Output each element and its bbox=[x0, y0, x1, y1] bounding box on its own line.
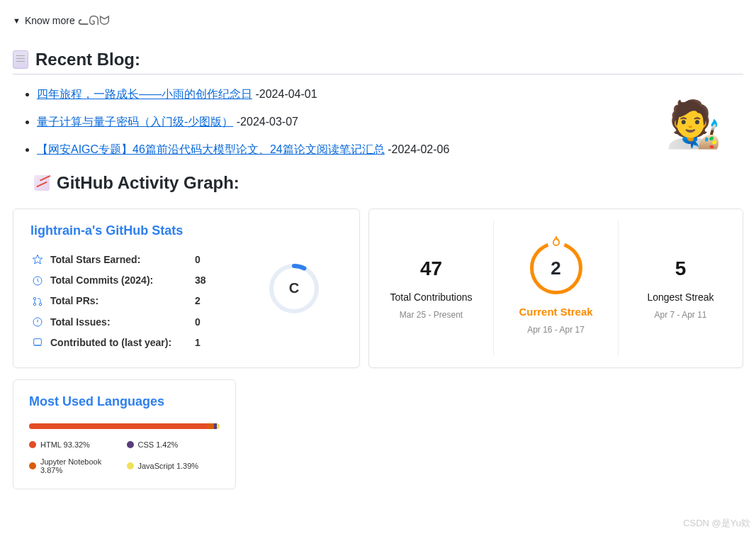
clock-icon bbox=[32, 275, 43, 287]
cat-icon: ᓚᘏᗢ bbox=[77, 13, 110, 28]
blog-date: -2024-03-07 bbox=[237, 116, 298, 128]
fire-icon bbox=[548, 234, 565, 251]
issue-icon bbox=[32, 316, 43, 328]
lang-item: HTML 93.32% bbox=[29, 440, 123, 449]
divider bbox=[13, 74, 743, 74]
lang-item: JavaScript 1.39% bbox=[127, 457, 220, 474]
memo-icon bbox=[13, 50, 28, 69]
blog-list: 四年旅程，一路成长——小雨的创作纪念日 -2024-04-01 量子计算与量子密… bbox=[13, 87, 743, 157]
languages-bar bbox=[29, 423, 220, 429]
stat-row: Total Stars Earned: 0 bbox=[32, 250, 223, 269]
blog-link[interactable]: 【网安AIGC专题】46篇前沿代码大模型论文、24篇论文阅读笔记汇总 bbox=[37, 143, 385, 155]
svg-point-3 bbox=[33, 303, 35, 305]
svg-marker-0 bbox=[33, 255, 42, 265]
stat-row: Contributed to (last year): 1 bbox=[32, 333, 223, 352]
rank-letter: C bbox=[267, 262, 321, 316]
svg-point-4 bbox=[39, 303, 41, 305]
svg-rect-6 bbox=[34, 339, 42, 345]
star-icon bbox=[32, 254, 43, 265]
blog-link[interactable]: 量子计算与量子密码（入门级-少图版） bbox=[37, 116, 233, 128]
artist-emoji-icon: 🧑‍🎨 bbox=[665, 98, 722, 151]
longest-streak: 5 Longest Streak Apr 7 - Apr 11 bbox=[618, 221, 743, 356]
blog-item: 四年旅程，一路成长——小雨的创作纪念日 -2024-04-01 bbox=[37, 87, 743, 102]
know-more-label: Know more bbox=[25, 15, 75, 26]
svg-point-2 bbox=[33, 297, 35, 299]
stat-row: Total PRs: 2 bbox=[32, 291, 223, 311]
activity-heading: GitHub Activity Graph: bbox=[34, 173, 743, 193]
stat-row: Total Issues: 0 bbox=[32, 312, 223, 331]
languages-title: Most Used Languages bbox=[29, 394, 220, 409]
chart-increasing-icon bbox=[34, 175, 50, 191]
lang-item: CSS 1.42% bbox=[127, 440, 220, 449]
blog-date: -2024-04-01 bbox=[255, 88, 317, 100]
languages-card: Most Used Languages HTML 93.32% CSS 1.42… bbox=[13, 379, 236, 489]
know-more-details[interactable]: ▼ Know more ᓚᘏᗢ bbox=[13, 13, 743, 28]
github-stats-card: lightrain-a's GitHub Stats Total Stars E… bbox=[13, 208, 360, 368]
stat-row: Total Commits (2024): 38 bbox=[32, 270, 223, 289]
total-contributions: 47 Total Contributions Mar 25 - Present bbox=[369, 221, 493, 356]
blog-date: -2024-02-06 bbox=[388, 143, 449, 155]
triangle-down-icon: ▼ bbox=[13, 16, 21, 25]
blog-link[interactable]: 四年旅程，一路成长——小雨的创作纪念日 bbox=[37, 88, 252, 100]
streak-card: 47 Total Contributions Mar 25 - Present … bbox=[368, 208, 743, 368]
blog-item: 【网安AIGC专题】46篇前沿代码大模型论文、24篇论文阅读笔记汇总 -2024… bbox=[37, 143, 743, 157]
repo-icon bbox=[32, 337, 43, 348]
recent-blog-heading: Recent Blog: bbox=[13, 50, 743, 69]
lang-item: Jupyter Notebook 3.87% bbox=[29, 457, 123, 474]
stats-title: lightrain-a's GitHub Stats bbox=[30, 223, 225, 238]
pr-icon bbox=[32, 296, 43, 307]
blog-item: 量子计算与量子密码（入门级-少图版） -2024-03-07 bbox=[37, 115, 743, 130]
current-streak: 2 Current Streak Apr 16 - Apr 17 bbox=[493, 221, 618, 356]
rank-circle: C bbox=[267, 262, 321, 316]
